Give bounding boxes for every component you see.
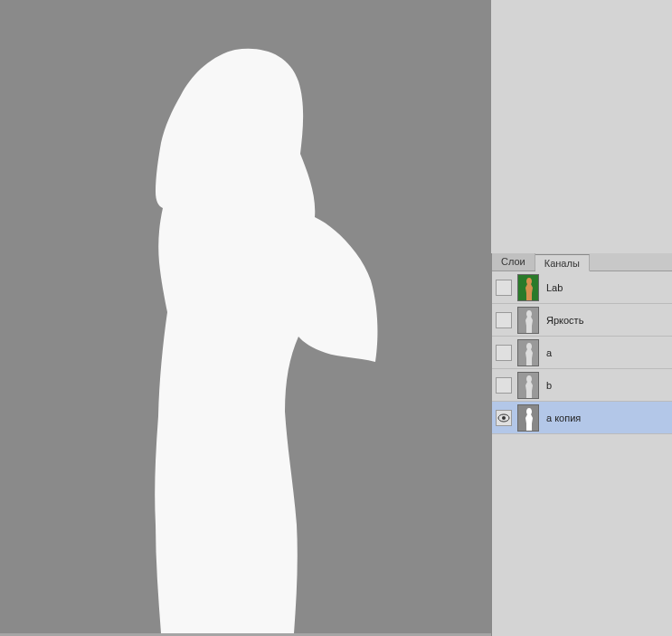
channels-panel: Слои Каналы Lab Яркость a xyxy=(491,253,672,636)
tab-layers[interactable]: Слои xyxy=(492,253,535,271)
channel-thumbnail xyxy=(517,404,539,432)
channel-thumbnail xyxy=(517,274,539,301)
visibility-toggle[interactable] xyxy=(496,410,512,426)
canvas-area[interactable] xyxy=(0,0,491,633)
channel-label: Яркость xyxy=(546,315,583,326)
channel-label: b xyxy=(546,380,552,391)
svg-point-1 xyxy=(502,416,506,420)
channel-thumbnail xyxy=(517,372,539,399)
channel-row-a[interactable]: a xyxy=(492,337,672,369)
tab-channels[interactable]: Каналы xyxy=(535,254,590,271)
channel-label: Lab xyxy=(546,282,563,293)
visibility-toggle[interactable] xyxy=(496,312,512,328)
visibility-toggle[interactable] xyxy=(496,280,512,296)
channel-thumbnail xyxy=(517,339,539,366)
channel-row-brightness[interactable]: Яркость xyxy=(492,304,672,337)
eye-icon xyxy=(497,413,510,422)
channel-list: Lab Яркость a b xyxy=(492,271,672,434)
channel-row-b[interactable]: b xyxy=(492,369,672,402)
visibility-toggle[interactable] xyxy=(496,345,512,361)
visibility-toggle[interactable] xyxy=(496,377,512,394)
silhouette-image xyxy=(0,0,491,633)
panel-tabs: Слои Каналы xyxy=(492,253,672,271)
channel-row-lab[interactable]: Lab xyxy=(492,271,672,304)
channel-row-a-copy[interactable]: a копия xyxy=(492,402,672,434)
right-empty-area xyxy=(491,0,672,253)
channel-thumbnail xyxy=(517,307,539,334)
channel-label: a xyxy=(546,347,552,358)
channel-label: a копия xyxy=(546,413,581,423)
